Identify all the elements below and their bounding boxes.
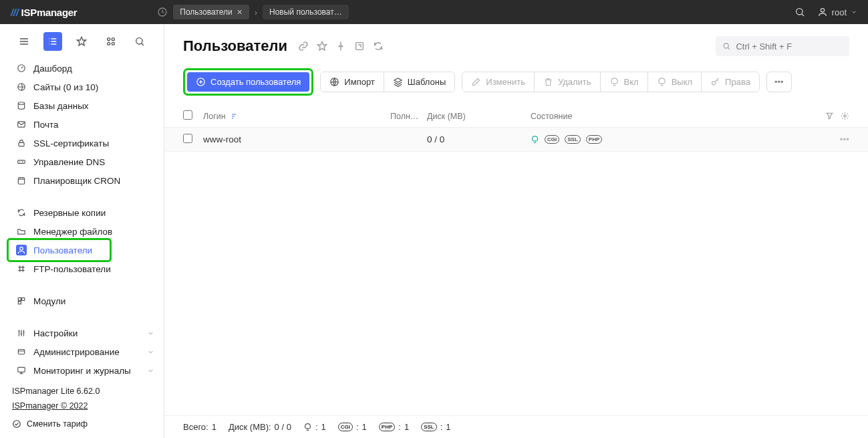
breadcrumb-tab-newuser[interactable]: Новый пользоват… [263,5,349,19]
history-icon[interactable] [157,7,168,17]
change-plan-button[interactable]: Сменить тариф [12,417,153,431]
row-checkbox[interactable] [183,134,192,143]
pencil-icon [471,77,481,87]
sort-asc-icon [230,112,238,120]
svg-point-6 [112,42,114,45]
search-input[interactable] [736,41,843,51]
chevron-down-icon [147,367,154,374]
db-icon [16,100,27,111]
link-icon[interactable] [298,41,309,51]
page-header: Пользователи [164,24,868,62]
sidebar: ДашбордСайты (0 из 10)Базы данныхПочтаSS… [0,24,164,438]
svg-point-28 [844,115,846,117]
refresh-icon[interactable] [373,41,384,51]
svg-point-5 [108,42,110,45]
filter-icon[interactable] [825,112,834,120]
sidebar-item-label: Менеджер файлов [33,227,112,237]
sidebar-item-globe[interactable]: Сайты (0 из 10) [0,78,164,96]
delete-button[interactable]: Удалить [534,72,600,92]
svg-rect-14 [18,178,24,184]
table-row[interactable]: www-root0 / 0CGISSLPHP••• [164,128,868,152]
svg-rect-13 [18,160,25,164]
logo-slashes-icon: /// [11,7,19,18]
disable-button[interactable]: Выкл [647,72,701,92]
trash-icon [543,77,553,87]
svg-rect-16 [18,298,21,300]
sidebar-item-lock[interactable]: SSL-сертификаты [0,134,164,152]
sidebar-item-refresh[interactable]: Резервные копии [0,203,164,222]
php-icon: PHP [586,135,602,144]
sidebar-item-admin[interactable]: Администрирование [0,342,164,361]
search-icon[interactable] [130,32,149,51]
cgi-icon: CGI [545,135,559,144]
import-button[interactable]: Импорт [321,72,383,92]
disable-label: Выкл [672,77,692,87]
sidebar-item-label: Пользователи [33,245,92,255]
sidebar-item-db[interactable]: Базы данных [0,96,164,115]
svg-point-2 [821,9,824,12]
svg-point-1 [796,9,802,15]
list-view-icon[interactable] [43,32,62,51]
bulb-icon [609,77,619,87]
sidebar-item-mail[interactable]: Почта [0,115,164,134]
sidebar-item-calendar[interactable]: Планировщик CRON [0,171,164,190]
sidebar-item-monitor[interactable]: Мониторинг и журналы [0,361,164,378]
chevron-right-icon: › [255,7,257,17]
sidebar-item-gauge[interactable]: Дашборд [0,59,164,78]
sidebar-item-ftp[interactable]: FTP-пользователи [0,259,164,278]
sidebar-item-user[interactable]: Пользователи [0,241,164,259]
globe-icon [16,82,27,92]
sidebar-item-dns[interactable]: Управление DNS [0,152,164,171]
user-menu[interactable]: root [817,7,857,17]
sidebar-item-module[interactable]: Модули [0,292,164,310]
edit-button[interactable]: Изменить [462,72,534,92]
php-count: 1 [404,422,409,432]
col-state-header[interactable]: Состояние [531,112,816,121]
sidebar-item-label: Администрирование [33,347,120,357]
pin-icon[interactable] [335,41,346,51]
apps-icon[interactable] [102,32,120,51]
change-plan-label: Сменить тариф [27,417,88,431]
toolbar-more-button[interactable]: ••• [766,72,792,92]
sidebar-nav: ДашбордСайты (0 из 10)Базы данныхПочтаSS… [0,59,164,378]
col-login-header[interactable]: Логин [203,112,390,121]
row-disk: 0 / 0 [427,134,531,144]
disk-label: Диск (MB): [229,422,271,432]
star-icon[interactable] [72,32,91,51]
enable-button[interactable]: Вкл [600,72,647,92]
rights-button[interactable]: Права [701,72,759,92]
svg-rect-18 [18,302,21,304]
sidebar-item-sliders[interactable]: Настройки [0,324,164,342]
cgi-count: 1 [362,422,367,432]
newwindow-icon[interactable] [354,41,365,51]
plus-circle-icon [196,77,206,87]
search-icon[interactable] [794,7,805,17]
sidebar-view-switch [0,24,164,59]
topbar: /// ISPmanager Пользователи ✕ › Новый по… [0,0,868,24]
col-full-header[interactable]: Полн… [390,112,427,121]
logo-text-bold: ISP [21,7,37,18]
import-templates-group: Импорт Шаблоны [320,72,455,92]
edit-label: Изменить [486,77,525,87]
copyright-link[interactable]: ISPmanager © 2022 [12,401,88,411]
main: Пользователи Создать пользователя [164,24,868,438]
globe-icon [329,77,339,87]
close-icon[interactable]: ✕ [237,8,243,17]
create-user-button[interactable]: Создать пользователя [187,72,309,92]
breadcrumb-tab-users[interactable]: Пользователи ✕ [173,5,249,19]
svg-point-24 [724,43,728,48]
page-search[interactable] [716,36,849,56]
menu-icon[interactable] [15,32,33,51]
sidebar-item-label: FTP-пользователи [33,264,111,274]
col-disk-header[interactable]: Диск (MB) [427,112,531,121]
templates-button[interactable]: Шаблоны [384,72,455,92]
actions-group: Изменить Удалить Вкл Выкл Права [462,72,760,92]
select-all-checkbox[interactable] [183,110,192,120]
row-more-button[interactable]: ••• [840,134,849,144]
sidebar-item-folder[interactable]: Менеджер файлов [0,222,164,241]
star-icon[interactable] [317,41,327,51]
gear-icon[interactable] [841,112,849,120]
calendar-icon [16,175,27,186]
col-login-label: Логин [203,112,226,121]
svg-rect-12 [19,142,24,146]
